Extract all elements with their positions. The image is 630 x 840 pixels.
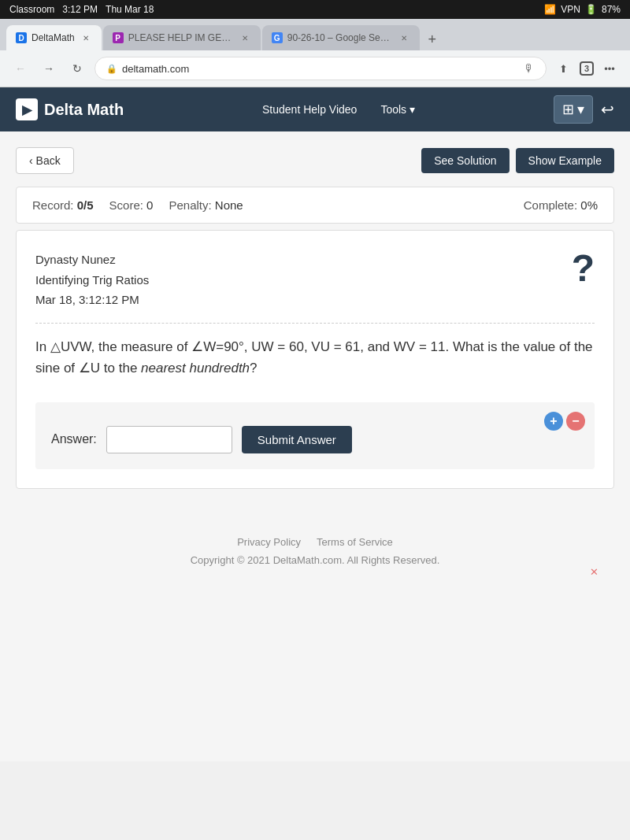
dm-logo-icon: ▶ (16, 98, 38, 120)
tab-count[interactable]: 3 (580, 61, 594, 76)
answer-input[interactable] (106, 426, 232, 453)
calculator-icon: ⊞ (562, 101, 574, 118)
submit-answer-button[interactable]: Submit Answer (242, 426, 352, 453)
score-section: Score: 0 (109, 198, 154, 212)
complete-section: Complete: 0% (524, 198, 598, 212)
record-left: Record: 0/5 Score: 0 Penalty: None (32, 198, 243, 212)
status-bar: Classroom 3:12 PM Thu Mar 18 📶 VPN 🔋 87% (0, 0, 630, 19)
tab-favicon-deltamath: D (16, 32, 27, 43)
forward-nav-button[interactable]: → (38, 57, 60, 80)
tools-label: Tools (380, 103, 406, 116)
answer-row: Answer: Submit Answer (51, 426, 579, 453)
lock-icon: 🔒 (106, 64, 117, 74)
top-controls: ‹ Back See Solution Show Example (16, 147, 614, 174)
privacy-policy-link[interactable]: Privacy Policy (237, 536, 301, 548)
copyright-text: Copyright © 2021 DeltaMath.com. All Righ… (32, 554, 598, 566)
status-app: Classroom (9, 4, 54, 15)
more-button[interactable]: ••• (598, 57, 621, 80)
mic-icon[interactable]: 🎙 (524, 62, 535, 75)
status-day: Thu Mar 18 (106, 4, 154, 15)
signal-icon: 📶 (544, 4, 556, 15)
url-text: deltamath.com (122, 63, 519, 75)
battery-icon: 🔋 (585, 4, 597, 15)
logout-button[interactable]: ↩ (601, 100, 614, 119)
tab-label-deltamath: DeltaMath (32, 32, 75, 43)
reload-button[interactable]: ↻ (66, 57, 88, 80)
question-card: Dynasty Nunez Identifying Trig Ratios Ma… (16, 230, 614, 489)
tools-dropdown-arrow: ▾ (410, 103, 415, 116)
tools-menu[interactable]: Tools ▾ (380, 103, 415, 116)
browser-actions: ⬆ 3 ••• (553, 57, 621, 80)
footer: Privacy Policy Terms of Service Copyrigh… (16, 520, 614, 582)
question-header: Dynasty Nunez Identifying Trig Ratios Ma… (35, 250, 595, 310)
terms-of-service-link[interactable]: Terms of Service (317, 536, 393, 548)
student-help-video-link[interactable]: Student Help Video (262, 103, 357, 116)
vpn-icon: VPN (561, 4, 580, 15)
tab-please-help[interactable]: P PLEASE HELP IM GETTIN ✕ (103, 25, 261, 50)
penalty-value: None (215, 198, 243, 212)
question-body-text: In △UVW, the measure of ∠W=90°, UW = 60,… (35, 339, 593, 376)
tab-close-google[interactable]: ✕ (398, 31, 410, 44)
topic-name: Identifying Trig Ratios (35, 270, 149, 290)
question-date: Mar 18, 3:12:12 PM (35, 290, 149, 310)
address-bar: ← → ↻ 🔒 deltamath.com 🎙 ⬆ 3 ••• (0, 50, 630, 87)
calculator-dropdown: ▾ (577, 101, 584, 118)
complete-value: 0% (580, 198, 598, 212)
back-button[interactable]: ‹ Back (16, 147, 74, 174)
see-solution-button[interactable]: See Solution (421, 148, 509, 173)
record-label: Record: 0/5 (32, 198, 94, 212)
tab-label-google: 90-26-10 – Google Sear… (287, 32, 393, 43)
tab-close-deltamath[interactable]: ✕ (80, 31, 92, 44)
tab-deltamath[interactable]: D DeltaMath ✕ (6, 25, 102, 50)
dm-logo-text: Delta Math (44, 101, 124, 119)
tab-bar: D DeltaMath ✕ P PLEASE HELP IM GETTIN ✕ … (0, 19, 630, 50)
footer-links: Privacy Policy Terms of Service (32, 536, 598, 548)
tab-close-please-help[interactable]: ✕ (239, 31, 251, 44)
zoom-controls: + − (544, 412, 585, 431)
tab-favicon-google: G (272, 32, 283, 43)
tab-favicon-please-help: P (113, 32, 124, 43)
main-content: ‹ Back See Solution Show Example Record:… (0, 131, 630, 761)
top-right-buttons: See Solution Show Example (421, 148, 614, 173)
tab-google-search[interactable]: G 90-26-10 – Google Sear… ✕ (262, 25, 420, 50)
record-bar: Record: 0/5 Score: 0 Penalty: None Compl… (16, 187, 614, 224)
tab-label-please-help: PLEASE HELP IM GETTIN (128, 32, 234, 43)
student-name: Dynasty Nunez (35, 250, 149, 270)
zoom-in-button[interactable]: + (544, 412, 563, 431)
calculator-button[interactable]: ⊞ ▾ (554, 95, 593, 124)
browser-chrome: D DeltaMath ✕ P PLEASE HELP IM GETTIN ✕ … (0, 19, 630, 87)
help-icon[interactable]: ? (572, 250, 595, 287)
penalty-section: Penalty: None (169, 198, 243, 212)
student-info: Dynasty Nunez Identifying Trig Ratios Ma… (35, 250, 149, 310)
new-tab-button[interactable]: + (421, 28, 443, 50)
back-nav-button[interactable]: ← (9, 57, 32, 80)
footer-close-button[interactable]: ✕ (590, 566, 598, 578)
battery-level: 87% (602, 4, 621, 15)
record-value: 0/5 (77, 198, 94, 212)
dm-logo: ▶ Delta Math (16, 98, 124, 120)
zoom-out-button[interactable]: − (566, 412, 585, 431)
dm-header: ▶ Delta Math Student Help Video Tools ▾ … (0, 87, 630, 131)
answer-section: + − Answer: Submit Answer (35, 402, 595, 469)
share-button[interactable]: ⬆ (553, 57, 575, 80)
score-value: 0 (146, 198, 153, 212)
url-bar[interactable]: 🔒 deltamath.com 🎙 (94, 57, 547, 80)
answer-label: Answer: (51, 432, 97, 446)
question-emphasis: nearest hundredth (141, 361, 250, 376)
question-text: In △UVW, the measure of ∠W=90°, UW = 60,… (35, 336, 595, 379)
question-divider (35, 323, 595, 324)
dm-header-center: Student Help Video Tools ▾ (124, 103, 554, 116)
status-time: 3:12 PM (62, 4, 98, 15)
dm-header-right: ⊞ ▾ ↩ (554, 95, 614, 124)
show-example-button[interactable]: Show Example (516, 148, 614, 173)
